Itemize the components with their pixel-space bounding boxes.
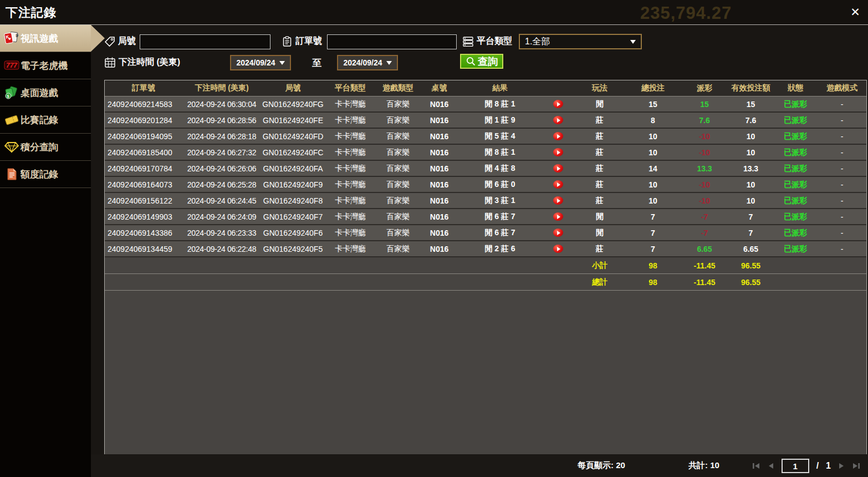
total-bet: 8 <box>625 116 681 125</box>
table-row: 2409240692145832024-09-24 06:30:04GN0162… <box>105 97 866 113</box>
next-page-icon[interactable] <box>838 462 845 470</box>
table-row: 2409240691854002024-09-24 06:27:32GN0162… <box>105 145 866 161</box>
date-from-picker[interactable]: 2024/09/24 <box>230 55 291 70</box>
valid-bet: 10 <box>728 180 773 189</box>
sidebar-item-match-records[interactable]: 比賽記錄 <box>0 106 91 134</box>
round-no: GN016249240FE <box>261 116 325 125</box>
payout: -10 <box>681 148 728 157</box>
result: 閒 4 莊 8 <box>458 161 574 176</box>
header-col-10: 有效投注額 <box>728 83 773 93</box>
game-type: 百家樂 <box>376 212 420 222</box>
play-type: 莊 <box>574 180 625 190</box>
sidebar-item-label: 積分查詢 <box>21 141 58 154</box>
result-text: 閒 8 莊 1 <box>458 148 542 158</box>
total-bet: 7 <box>625 212 681 221</box>
result-text: 閒 8 莊 1 <box>458 99 542 109</box>
order-no: 240924069149903 <box>105 212 182 221</box>
table-no: N016 <box>420 148 458 157</box>
status-badge: 已派彩 <box>773 99 818 109</box>
game-mode: - <box>818 148 866 157</box>
bet-time: 2024-09-24 06:28:56 <box>182 116 261 125</box>
header-col-2: 局號 <box>261 83 325 93</box>
payout: -7 <box>681 212 728 221</box>
sidebar-item-credit-records[interactable]: 額度記錄 <box>0 161 91 188</box>
bet-time: 2024-09-24 06:27:32 <box>182 148 261 157</box>
game-type: 百家樂 <box>376 164 420 174</box>
total-row: 總計98-11.4596.55 <box>105 274 866 291</box>
play-wrap <box>542 132 574 140</box>
game-mode: - <box>818 132 866 141</box>
prev-page-icon[interactable] <box>768 462 774 470</box>
order-no: 240924069214583 <box>105 100 182 109</box>
replay-play-icon[interactable] <box>553 196 563 205</box>
close-icon[interactable]: ✕ <box>848 5 862 19</box>
play-type: 莊 <box>574 115 625 125</box>
header-col-1: 下注時間 (美東) <box>182 83 261 93</box>
result: 閒 8 莊 1 <box>458 97 574 111</box>
table-row: 2409240691344592024-09-24 06:22:48GN0162… <box>105 241 866 257</box>
platform: 卡卡灣廳 <box>325 212 376 222</box>
play-type: 閒 <box>574 99 625 109</box>
round-no-input[interactable] <box>140 34 270 49</box>
tag-icon <box>104 36 115 47</box>
first-page-icon[interactable] <box>752 462 760 470</box>
result: 閒 3 莊 1 <box>458 193 574 208</box>
platform: 卡卡灣廳 <box>325 228 376 238</box>
game-type: 百家樂 <box>376 196 420 206</box>
result-text: 閒 4 莊 8 <box>458 164 542 174</box>
sidebar-item-points-inquiry[interactable]: 積分查詢 <box>0 134 91 161</box>
play-type: 閒 <box>574 212 625 222</box>
game-type: 百家樂 <box>376 180 420 190</box>
round-no: GN016249240FG <box>261 100 325 109</box>
page-separator: / <box>816 461 819 471</box>
game-mode: - <box>818 116 866 125</box>
search-button[interactable]: 查詢 <box>460 54 503 69</box>
payout: 6.65 <box>681 245 728 253</box>
replay-play-icon[interactable] <box>553 229 563 237</box>
replay-play-icon[interactable] <box>553 132 563 140</box>
table-no: N016 <box>420 229 458 237</box>
date-to-picker[interactable]: 2024/09/24 <box>337 55 398 70</box>
platform-type-select[interactable]: 1.全部 <box>519 34 642 49</box>
total-bet: 7 <box>625 229 681 237</box>
replay-play-icon[interactable] <box>553 245 563 253</box>
sidebar-item-table-games[interactable]: $ 桌面遊戲 <box>0 79 91 106</box>
last-page-icon[interactable] <box>852 462 860 470</box>
play-wrap <box>542 116 574 124</box>
valid-bet: 10 <box>728 196 773 205</box>
total-bet: 14 <box>625 164 681 173</box>
order-no: 240924069156122 <box>105 196 182 205</box>
game-type: 百家樂 <box>376 99 420 109</box>
replay-play-icon[interactable] <box>553 212 563 221</box>
sidebar: 9 K 視訊遊戲 777 電子老虎機 <box>0 25 91 477</box>
result-text: 閒 6 莊 7 <box>458 212 542 222</box>
platform: 卡卡灣廳 <box>325 115 376 125</box>
sidebar-item-video-games[interactable]: 9 K 視訊遊戲 <box>0 25 91 52</box>
play-type: 莊 <box>574 244 625 254</box>
replay-play-icon[interactable] <box>553 100 563 108</box>
calendar-icon <box>104 57 116 68</box>
replay-play-icon[interactable] <box>553 116 563 124</box>
sidebar-item-slots[interactable]: 777 電子老虎機 <box>0 52 91 79</box>
result-text: 閒 6 莊 7 <box>458 228 542 238</box>
page-input[interactable] <box>782 459 809 473</box>
sidebar-item-label: 桌面遊戲 <box>21 87 58 99</box>
order-no: 240924069201284 <box>105 116 182 125</box>
order-no-input[interactable] <box>327 34 457 49</box>
valid-bet: 7 <box>728 212 773 221</box>
subtotal-total-bet: 98 <box>625 261 681 270</box>
round-no: GN016249240FD <box>261 132 325 141</box>
play-type: 莊 <box>574 196 625 206</box>
game-mode: - <box>818 100 866 109</box>
replay-play-icon[interactable] <box>553 164 563 172</box>
date-from-value: 2024/09/24 <box>236 58 275 67</box>
result: 閒 1 莊 9 <box>458 113 574 128</box>
payout: 7.6 <box>681 116 728 125</box>
payout: -10 <box>681 196 728 205</box>
replay-play-icon[interactable] <box>553 180 563 189</box>
replay-play-icon[interactable] <box>553 148 563 156</box>
order-no: 240924069143386 <box>105 229 182 237</box>
total-count-label: 共計: 10 <box>688 460 719 471</box>
header-col-5: 桌號 <box>420 83 458 93</box>
table-no: N016 <box>420 196 458 205</box>
